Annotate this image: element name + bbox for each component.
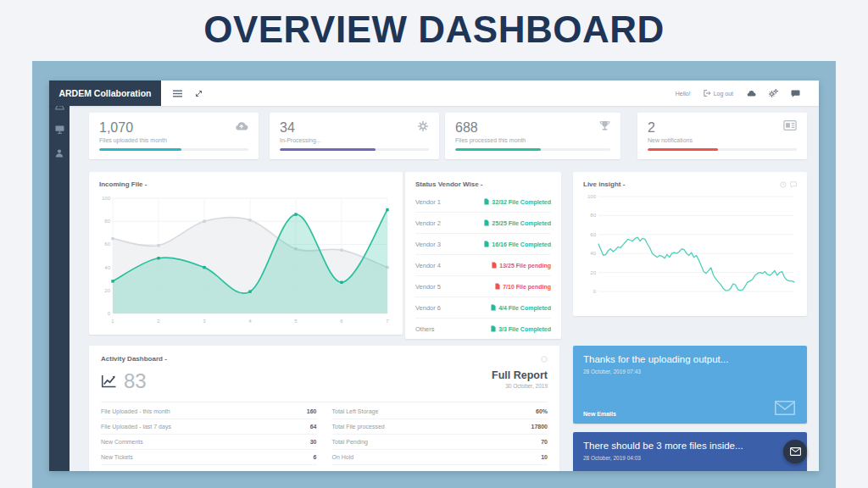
activity-stat-row: On Hold10 (332, 450, 548, 465)
stat-value: 2 (648, 120, 797, 136)
stat-card-notifications[interactable]: 2 New notifications (637, 113, 807, 159)
notification-card-files[interactable]: There should be 3 more files inside... 2… (573, 432, 807, 471)
vendor-name: Vendor 5 (415, 283, 441, 291)
stat-progress-fill (280, 148, 376, 151)
logout-button[interactable]: Log out (704, 90, 733, 97)
vendor-status: 3/3 File Completed (491, 325, 551, 332)
notification-timestamp: 28 October, 2019 07:43 (583, 369, 797, 374)
stat-card-files-processed[interactable]: 688 Files processed this month (445, 113, 620, 159)
stat-progress-fill (455, 148, 541, 151)
greeting-text: Hello! (676, 91, 691, 97)
top-navbar: ARDEM Collaboration Hello! Log out (49, 80, 819, 106)
sidebar-item-users[interactable] (55, 149, 64, 158)
vendor-status: 32/32 File Completed (484, 198, 551, 205)
vendor-row: Vendor 3 16/16 File Completed (415, 234, 551, 255)
svg-text:40: 40 (104, 265, 110, 270)
stat-card-files-uploaded[interactable]: 1,070 Files uploaded this month (89, 113, 259, 159)
svg-text:40: 40 (590, 251, 596, 256)
panel-title: Status Vendor Wise - (415, 180, 551, 188)
svg-text:2: 2 (157, 319, 160, 324)
stat-progress-fill (99, 148, 181, 151)
trophy-icon (599, 120, 610, 131)
activity-stat-row: Total Left Storage60% (332, 404, 548, 419)
history-icon[interactable] (780, 181, 787, 188)
notification-card-emails[interactable]: Thanks for the uploading output... 28 Oc… (573, 346, 807, 424)
live-insight-panel: Live insight - 020406080100 (573, 172, 807, 316)
sidebar-item-dashboard[interactable] (55, 106, 64, 110)
svg-text:0: 0 (593, 289, 597, 294)
full-report-link[interactable]: Full Report (492, 369, 548, 381)
svg-text:3: 3 (203, 319, 206, 324)
stat-progress-fill (648, 148, 718, 151)
activity-stat-row: New Comments30 (101, 435, 317, 450)
comment-icon[interactable] (790, 181, 797, 188)
cloud-icon[interactable] (746, 90, 756, 97)
dashboard-window: ARDEM Collaboration Hello! Log out (49, 80, 819, 471)
vendor-name: Vendor 4 (415, 262, 441, 269)
svg-text:6: 6 (340, 319, 343, 324)
stat-card-in-processing[interactable]: 34 In-Processing... (270, 113, 439, 159)
file-icon (484, 219, 489, 226)
stat-progress-track (280, 148, 429, 151)
vendor-status: 13/25 File pending (492, 262, 551, 269)
svg-text:100: 100 (102, 196, 111, 201)
cloud-upload-icon (234, 120, 248, 130)
activity-stat-row: File Uploaded - last 7 days64 (101, 419, 317, 435)
svg-text:60: 60 (104, 241, 110, 247)
notification-footer: New Emails (583, 411, 616, 417)
vendor-name: Vendor 2 (415, 219, 441, 227)
svg-text:80: 80 (104, 219, 110, 224)
envelope-icon (775, 401, 795, 415)
activity-stat-row: Total Pending70 (332, 435, 548, 450)
svg-text:60: 60 (590, 232, 596, 237)
compose-email-button[interactable] (783, 440, 807, 463)
incoming-file-panel: Incoming File - 1234567020406080100 (89, 172, 403, 335)
newspaper-icon (783, 120, 797, 130)
stat-progress-track (648, 148, 797, 151)
file-icon (491, 304, 496, 311)
stat-label: Files uploaded this month (99, 137, 248, 143)
svg-text:1: 1 (111, 319, 114, 324)
stat-label: In-Processing... (280, 137, 429, 143)
page-title: OVERVIEW DASHBOARD (0, 8, 868, 51)
vendor-name: Vendor 1 (415, 198, 441, 206)
panel-title: Activity Dashboard - (101, 355, 167, 363)
panel-title: Live insight - (583, 180, 625, 188)
activity-stat-row: New Tickets6 (101, 450, 317, 465)
file-icon (492, 262, 497, 269)
stat-value: 1,070 (99, 120, 248, 136)
fullscreen-expand-icon[interactable] (195, 90, 203, 97)
stat-value: 688 (455, 120, 610, 136)
desktop-icon (55, 125, 64, 134)
logout-icon (704, 90, 711, 97)
comment-icon[interactable] (541, 356, 548, 363)
settings-gears-icon[interactable] (769, 89, 778, 97)
svg-text:7: 7 (386, 319, 389, 324)
brand-logo[interactable]: ARDEM Collaboration (49, 80, 161, 106)
vendor-row: Vendor 1 32/32 File Completed (415, 191, 551, 213)
gear-icon (417, 120, 429, 132)
file-icon (491, 325, 496, 332)
hamburger-menu-icon[interactable] (173, 90, 182, 97)
vendor-row: Vendor 4 13/25 File pending (415, 255, 551, 276)
notification-timestamp: 28 October, 2019 04:03 (583, 455, 797, 461)
vendor-row: Vendor 5 7/10 File pending (415, 276, 551, 297)
report-date: 30 October, 2019 (492, 383, 548, 389)
notification-title: There should be 3 more files inside... (583, 441, 797, 451)
svg-text:4: 4 (248, 319, 252, 324)
vendor-name: Vendor 3 (415, 241, 441, 248)
activity-stat-row: File Uploaded - this month160 (101, 404, 317, 419)
vendor-row: Vendor 6 4/4 File Completed (415, 297, 551, 319)
notification-title: Thanks for the uploading output... (583, 354, 797, 364)
svg-text:20: 20 (104, 288, 110, 293)
svg-text:0: 0 (108, 311, 111, 316)
vendor-status: 4/4 File Completed (491, 304, 551, 311)
file-icon (484, 241, 489, 247)
sidebar-item-desktop[interactable] (55, 125, 64, 134)
live-chart: 020406080100 (583, 191, 797, 300)
svg-text:20: 20 (590, 270, 596, 275)
chat-bubble-icon[interactable] (791, 90, 800, 97)
activity-score: 83 (124, 369, 147, 393)
stat-value: 34 (280, 120, 429, 136)
panel-title: Incoming File - (99, 180, 392, 188)
